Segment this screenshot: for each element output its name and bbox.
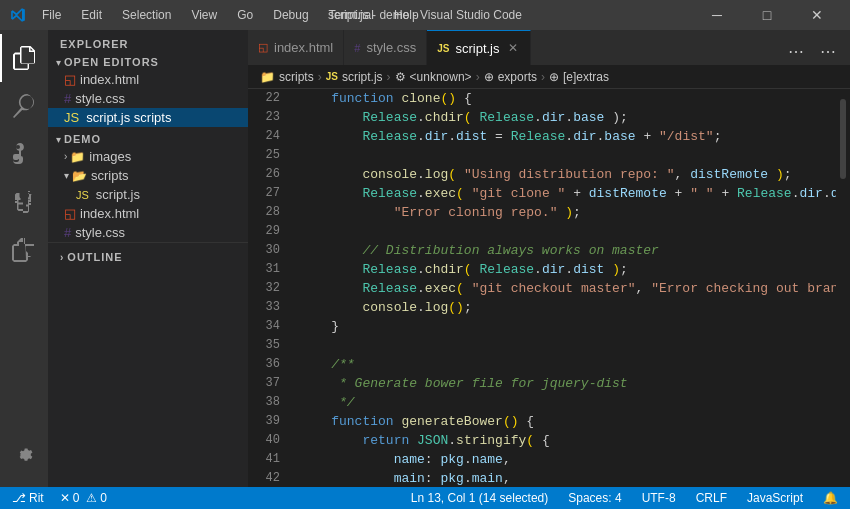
ln-35: 35 [248,336,280,355]
line-ending-label: CRLF [696,491,727,505]
git-branch-icon: ⎇ [12,491,26,505]
demo-scripts-folder[interactable]: ▾ 📂 scripts [48,166,248,185]
code-line-34: } [300,317,836,336]
scrollbar[interactable] [836,89,850,487]
encoding-status[interactable]: UTF-8 [638,487,680,509]
code-line-32: Release.exec( "git checkout master", "Er… [300,279,836,298]
breadcrumb-scripts[interactable]: scripts [279,70,314,84]
spaces-status[interactable]: Spaces: 4 [564,487,625,509]
explorer-activity-icon[interactable] [0,34,48,82]
error-count: 0 [73,491,80,505]
demo-index-html[interactable]: ◱ index.html [48,204,248,223]
maximize-button[interactable]: □ [744,0,790,30]
breadcrumb-unknown-icon: ⚙ [395,70,406,84]
breadcrumb-unknown[interactable]: <unknown> [410,70,472,84]
html-tab-icon: ◱ [258,41,268,54]
breadcrumb-extras[interactable]: [e]extras [563,70,609,84]
breadcrumb-sep-4: › [541,70,545,84]
outline-section: › OUTLINE [48,242,248,271]
outline-label: OUTLINE [67,251,122,263]
search-activity-icon[interactable] [0,82,48,130]
ln-22: 22 [248,89,280,108]
main-layout: EXPLORER ▾ OPEN EDITORS ◱ index.html # s… [0,30,850,487]
open-editor-index-html[interactable]: ◱ index.html [48,70,248,89]
split-editor-button[interactable]: ⋯ [782,37,810,65]
menu-file[interactable]: File [34,6,69,24]
tab-toolbar: ⋯ ⋯ [782,37,850,65]
breadcrumb-script-js[interactable]: script.js [342,70,383,84]
open-editor-script-label: script.js scripts [86,110,171,125]
close-button[interactable]: ✕ [794,0,840,30]
language-status[interactable]: JavaScript [743,487,807,509]
git-branch-status[interactable]: ⎇ Rit [8,487,48,509]
chevron-down-icon-2: ▾ [56,134,61,145]
code-line-24: Release.dir.dist = Release.dir.base + "/… [300,127,836,146]
code-line-27: Release.exec( "git clone " + distRemote … [300,184,836,203]
breadcrumb-file-icon: JS [326,71,338,82]
line-ending-status[interactable]: CRLF [692,487,731,509]
open-editor-script-js[interactable]: JS script.js scripts [48,108,248,127]
tab-close-icon[interactable]: ✕ [506,40,520,56]
menu-go[interactable]: Go [229,6,261,24]
open-editor-style-css[interactable]: # style.css [48,89,248,108]
demo-style-css[interactable]: # style.css [48,223,248,242]
outline-header[interactable]: › OUTLINE [48,247,248,267]
debug-activity-icon[interactable] [0,178,48,226]
js-file-icon: JS [64,110,79,125]
position-status[interactable]: Ln 13, Col 1 (14 selected) [407,487,552,509]
code-line-40: return JSON.stringify( { [300,431,836,450]
tab-style-css-label: style.css [366,40,416,55]
chevron-right-icon-2: › [60,252,64,263]
settings-activity-icon[interactable] [0,431,48,479]
window-title: script.js - demo - Visual Studio Code [328,8,522,22]
position-label: Ln 13, Col 1 (14 selected) [411,491,548,505]
tab-index-html[interactable]: ◱ index.html [248,30,344,65]
menu-selection[interactable]: Selection [114,6,179,24]
source-control-activity-icon[interactable] [0,130,48,178]
demo-label: DEMO [64,133,101,145]
errors-status[interactable]: ✕ 0 ⚠ 0 [56,487,111,509]
menu-debug[interactable]: Debug [265,6,316,24]
breadcrumb-sep-1: › [318,70,322,84]
breadcrumb-exports[interactable]: exports [498,70,537,84]
titlebar: File Edit Selection View Go Debug Termin… [0,0,850,30]
ln-25: 25 [248,146,280,165]
ln-32: 32 [248,279,280,298]
code-line-33: console.log(); [300,298,836,317]
git-branch-label: Rit [29,491,44,505]
more-actions-button[interactable]: ⋯ [814,37,842,65]
code-content[interactable]: function clone() { Release.chdir( Releas… [288,89,836,487]
ln-37: 37 [248,374,280,393]
warning-count: 0 [100,491,107,505]
open-editors-label: OPEN EDITORS [64,56,159,68]
demo-section: ▾ DEMO › 📁 images ▾ 📂 scripts JS script.… [48,127,248,242]
chevron-down-icon: ▾ [56,57,61,68]
extensions-activity-icon[interactable] [0,226,48,274]
notification-bell[interactable]: 🔔 [819,487,842,509]
window-controls: ─ □ ✕ [694,0,840,30]
tab-style-css[interactable]: # style.css [344,30,427,65]
scripts-script-js[interactable]: JS script.js [48,185,248,204]
demo-images-folder[interactable]: › 📁 images [48,147,248,166]
sidebar: EXPLORER ▾ OPEN EDITORS ◱ index.html # s… [48,30,248,487]
error-icon: ✕ [60,491,70,505]
breadcrumb: 📁 scripts › JS script.js › ⚙ <unknown> ›… [248,65,850,89]
menu-view[interactable]: View [183,6,225,24]
demo-header[interactable]: ▾ DEMO [48,131,248,147]
warning-icon: ⚠ [86,491,97,505]
minimize-button[interactable]: ─ [694,0,740,30]
js-tab-icon: JS [437,43,449,54]
ln-40: 40 [248,431,280,450]
open-editors-header[interactable]: ▾ OPEN EDITORS [48,54,248,70]
tab-script-js[interactable]: JS script.js ✕ [427,30,530,65]
code-line-35 [300,336,836,355]
chevron-down-icon-3: ▾ [64,170,69,181]
demo-index-label: index.html [80,206,139,221]
open-editors-section: ▾ OPEN EDITORS ◱ index.html # style.css … [48,54,248,127]
menu-edit[interactable]: Edit [73,6,110,24]
language-label: JavaScript [747,491,803,505]
code-editor[interactable]: 22 23 24 25 26 27 28 29 30 31 32 33 34 3… [248,89,850,487]
code-line-30: // Distribution always works on master [300,241,836,260]
code-line-41: name: pkg.name, [300,450,836,469]
status-left: ⎇ Rit ✕ 0 ⚠ 0 [8,487,111,509]
